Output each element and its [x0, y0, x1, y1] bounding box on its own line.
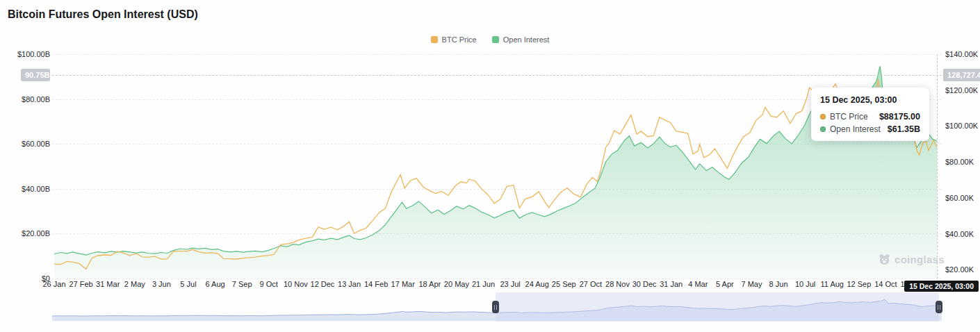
x-axis-tick-label: 20 May [444, 280, 469, 288]
right-axis-crosshair-badge: 128,727.42 [943, 69, 980, 81]
left-axis-tick-label: $100.00B [1, 50, 50, 58]
x-axis-tick-label: 27 Feb [69, 280, 92, 288]
x-axis-tick-label: 26 Jan [42, 280, 65, 288]
open-interest-area [54, 66, 937, 279]
x-axis-tick-label: 24 Aug [525, 280, 549, 288]
x-axis-tick-label: 9 Oct [260, 280, 278, 288]
legend-item-open-interest[interactable]: Open Interest [492, 35, 550, 44]
x-axis-tick-label: 10 Jul [795, 280, 815, 288]
left-axis-crosshair-badge: 90.75B [21, 69, 50, 81]
crosshair-vertical-line [937, 54, 938, 279]
watermark: coinglass [878, 253, 945, 266]
x-axis-tick-label: 12 Dec [311, 280, 335, 288]
left-axis-tick-label: $20.00B [1, 229, 50, 238]
chart-tooltip: 15 Dec 2025, 03:00 BTC Price $88175.00 O… [811, 88, 929, 141]
x-axis-tick-label: 5 Jul [180, 280, 196, 288]
bitcoin-futures-open-interest-chart: Bitcoin Futures Open Interest (USD) BTC … [0, 0, 980, 332]
x-axis-tick-label: 14 Feb [364, 280, 388, 288]
right-axis-tick-label: $120.00K [945, 86, 978, 94]
x-axis-tick-label: 18 Apr [418, 280, 441, 288]
coinglass-logo-icon [878, 253, 891, 266]
x-axis-tick-label: 28 Nov [605, 280, 630, 288]
x-axis-tick-label: 17 Mar [391, 280, 415, 288]
right-axis-tick-label: $100.00K [945, 122, 978, 130]
page-title: Bitcoin Futures Open Interest (USD) [8, 8, 198, 21]
chart-legend: BTC Price Open Interest [0, 35, 980, 44]
x-axis-tick-label: 14 Oct [874, 280, 897, 288]
navigator-selected-range[interactable] [496, 292, 939, 322]
x-axis-tick-label: 31 Mar [96, 280, 120, 288]
tooltip-row-open-interest: Open Interest $61.35B [820, 124, 920, 134]
right-axis-tick-label: $80.00K [945, 158, 974, 166]
btc-price-dot-icon [820, 114, 826, 119]
crosshair-horizontal-line [52, 75, 942, 76]
x-axis-tick-label: 4 Mar [688, 280, 708, 288]
tooltip-series-value: $61.35B [888, 124, 920, 134]
legend-label: Open Interest [503, 35, 550, 44]
tooltip-series-name: Open Interest [830, 124, 881, 134]
legend-label: BTC Price [442, 35, 477, 44]
x-axis-tick-label: 11 Aug [821, 280, 844, 288]
x-axis-tick-label: 13 Jan [338, 280, 361, 288]
right-axis-tick-label: $60.00K [945, 194, 974, 202]
x-axis-tick-label: 21 Jun [472, 280, 495, 288]
btc-price-swatch-icon [431, 36, 438, 43]
x-axis-tick-label: 31 Jan [660, 280, 683, 288]
x-axis-tick-label: 10 Nov [284, 280, 308, 288]
crosshair-date-badge: 15 Dec 2025, 03:00 [904, 281, 979, 292]
left-axis-tick-label: $40.00B [1, 185, 50, 193]
x-axis-tick-label: 7 Sep [232, 280, 252, 288]
x-axis-tick-label: 27 Oct [580, 280, 602, 288]
x-axis-tick-label: 8 Jun [769, 280, 788, 288]
right-axis-tick-label: $140.00K [945, 50, 978, 58]
tooltip-series-value: $88175.00 [879, 112, 920, 122]
tooltip-date: 15 Dec 2025, 03:00 [820, 95, 920, 105]
x-axis-tick-label: 6 Aug [205, 280, 224, 288]
open-interest-dot-icon [820, 126, 826, 132]
x-axis-tick-label: 2 May [124, 280, 145, 288]
legend-item-btc-price[interactable]: BTC Price [431, 35, 477, 44]
navigator-right-handle[interactable] [936, 301, 942, 313]
tooltip-series-name: BTC Price [830, 112, 868, 122]
navigator-left-handle[interactable] [492, 301, 499, 313]
x-axis-tick-label: 5 Apr [716, 280, 734, 288]
right-axis-tick-label: $40.00K [945, 230, 974, 238]
left-axis-tick-label: $80.00B [1, 95, 50, 103]
tooltip-row-btc-price: BTC Price $88175.00 [820, 112, 920, 122]
x-axis-tick-label: 12 Sep [847, 280, 871, 288]
x-axis-tick-label: 25 Sep [552, 280, 576, 288]
x-axis-tick-label: 3 Jun [152, 280, 171, 288]
left-axis-tick-label: $60.00B [1, 140, 50, 148]
x-axis-tick-label: 7 May [741, 280, 762, 288]
right-axis-tick-label: $20.00K [945, 265, 974, 274]
x-axis-tick-label: 23 Jul [500, 280, 520, 288]
main-plot[interactable] [54, 54, 937, 279]
gridline [52, 279, 942, 279]
open-interest-swatch-icon [492, 36, 499, 43]
x-axis-tick-label: 30 Dec [632, 280, 657, 288]
